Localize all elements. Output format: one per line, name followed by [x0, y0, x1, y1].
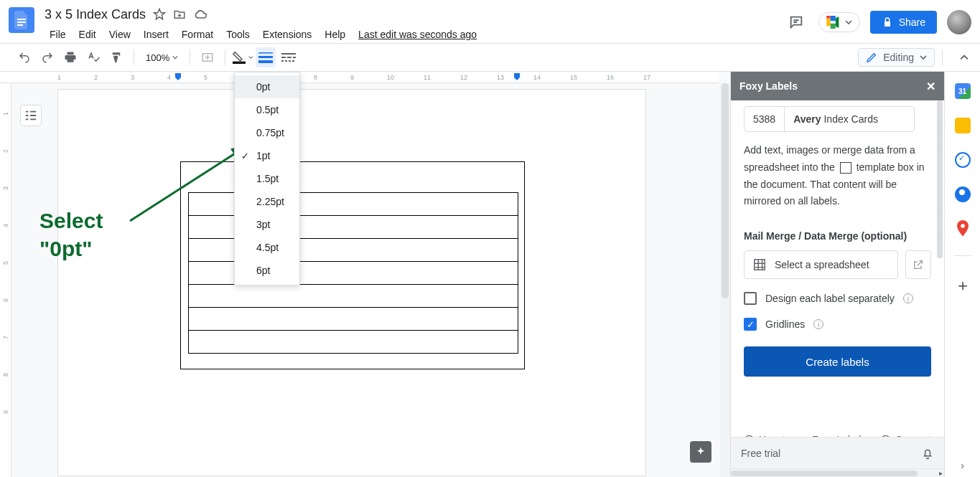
collapse-rail-icon[interactable]: › — [961, 460, 964, 471]
menu-view[interactable]: View — [104, 26, 136, 43]
comments-icon[interactable] — [784, 10, 808, 34]
foxy-scrollbar-horizontal[interactable]: ▸ — [731, 468, 944, 477]
add-addon-icon[interactable]: ＋ — [955, 275, 971, 296]
svg-rect-6 — [258, 56, 273, 58]
docs-logo[interactable] — [9, 7, 34, 33]
mail-merge-title: Mail Merge / Data Merge (optional) — [744, 230, 931, 242]
pencil-icon — [866, 52, 877, 63]
svg-rect-11 — [293, 57, 296, 58]
foxy-scrollbar[interactable] — [937, 100, 943, 258]
move-icon[interactable] — [173, 8, 186, 21]
gridlines-checkbox[interactable]: ✓ — [744, 318, 757, 331]
editing-mode-button[interactable]: Editing — [858, 48, 935, 67]
toolbar: 100% Editing — [0, 43, 980, 72]
svg-rect-14 — [289, 60, 291, 62]
paint-format-icon[interactable] — [106, 47, 126, 67]
border-width-icon[interactable] — [256, 47, 276, 67]
spreadsheet-icon — [753, 258, 766, 271]
chevron-down-icon — [845, 19, 852, 26]
share-label: Share — [899, 16, 925, 28]
support-link[interactable]: Support — [880, 434, 930, 437]
account-avatar[interactable] — [947, 10, 971, 34]
doc-title[interactable]: 3 x 5 Index Cards — [45, 7, 146, 22]
zoom-select[interactable]: 100% — [141, 52, 182, 63]
border-width-1-5pt[interactable]: 1.5pt — [235, 167, 299, 190]
border-width-3pt[interactable]: 3pt — [235, 213, 299, 236]
free-trial-label[interactable]: Free trial — [741, 448, 780, 459]
svg-rect-12 — [281, 60, 284, 62]
scrollbar-vertical[interactable] — [720, 83, 730, 477]
svg-rect-8 — [281, 53, 296, 55]
border-color-icon[interactable] — [233, 47, 253, 67]
tasks-icon[interactable] — [955, 152, 971, 168]
border-width-2-25pt[interactable]: 2.25pt — [235, 190, 299, 213]
menu-tools[interactable]: Tools — [221, 26, 255, 43]
svg-rect-2 — [17, 24, 23, 26]
ruler-indent-marker[interactable] — [175, 73, 181, 80]
collapse-toolbar-icon[interactable] — [954, 47, 974, 67]
open-spreadsheet-icon[interactable] — [905, 250, 931, 279]
ruler-horizontal[interactable]: 1234567891011121314151617 — [0, 72, 719, 83]
ruler-indent-marker[interactable] — [514, 73, 520, 80]
gridlines-label: Gridlines — [765, 318, 805, 330]
document-page[interactable] — [57, 89, 646, 476]
info-icon[interactable]: i — [813, 319, 823, 329]
border-dash-icon[interactable] — [279, 47, 299, 67]
menu-extensions[interactable]: Extensions — [258, 26, 317, 43]
share-button[interactable]: Share — [870, 11, 937, 34]
create-labels-button[interactable]: Create labels — [744, 346, 931, 377]
svg-rect-0 — [17, 19, 26, 20]
bell-icon[interactable] — [921, 447, 934, 460]
template-kind: Index Cards — [823, 113, 877, 125]
menu-file[interactable]: File — [45, 26, 71, 43]
menu-insert[interactable]: Insert — [139, 26, 174, 43]
menu-bar: File Edit View Insert Format Tools Exten… — [45, 26, 784, 43]
label-outer-box — [180, 161, 525, 369]
select-spreadsheet-button[interactable]: Select a spreadsheet — [744, 250, 898, 279]
border-width-1pt[interactable]: 1pt — [235, 144, 299, 167]
spellcheck-icon[interactable] — [83, 47, 103, 67]
how-to-link[interactable]: How to use Foxy Labels — [744, 434, 866, 437]
last-edit-link[interactable]: Last edit was seconds ago — [353, 26, 482, 43]
contacts-icon[interactable] — [955, 186, 971, 202]
menu-help[interactable]: Help — [319, 26, 350, 43]
redo-icon[interactable] — [37, 47, 57, 67]
side-panel-rail: 31 ＋ › — [944, 72, 980, 477]
document-stage: 1234567891011121314151617 123456789 0pt … — [0, 72, 730, 477]
close-icon[interactable]: ✕ — [926, 80, 935, 93]
meet-button[interactable] — [818, 12, 860, 32]
foxy-intro-text: Add text, images or merge data from a sp… — [744, 142, 931, 210]
border-width-6pt[interactable]: 6pt — [235, 259, 299, 282]
insert-image-icon[interactable] — [197, 47, 218, 67]
keep-icon[interactable] — [955, 118, 971, 133]
chevron-down-icon — [920, 54, 927, 61]
info-icon[interactable]: i — [903, 293, 913, 303]
foxy-title: Foxy Labels — [739, 80, 798, 92]
print-icon[interactable] — [60, 47, 80, 67]
maps-icon[interactable] — [955, 221, 971, 237]
svg-point-18 — [745, 435, 754, 437]
border-width-0-5pt[interactable]: 0.5pt — [235, 98, 299, 121]
star-icon[interactable] — [153, 8, 166, 21]
border-width-4-5pt[interactable]: 4.5pt — [235, 236, 299, 259]
calendar-icon[interactable]: 31 — [955, 83, 971, 99]
play-icon — [744, 435, 755, 437]
foxy-sidebar: Foxy Labels ✕ 5388 Avery Index Cards Add… — [730, 72, 944, 477]
border-width-0-75pt[interactable]: 0.75pt — [235, 121, 299, 144]
template-box-icon — [840, 162, 851, 174]
editing-mode-label: Editing — [883, 52, 914, 63]
template-number: 5388 — [745, 107, 785, 131]
border-width-0pt[interactable]: 0pt — [235, 75, 299, 98]
menu-edit[interactable]: Edit — [74, 26, 101, 43]
help-icon — [880, 435, 891, 437]
svg-rect-15 — [292, 60, 294, 62]
explore-button[interactable] — [690, 441, 711, 463]
design-each-checkbox[interactable] — [744, 292, 757, 305]
ruler-vertical[interactable]: 123456789 — [0, 83, 11, 477]
document-outline-icon[interactable] — [20, 105, 42, 126]
cloud-status-icon[interactable] — [193, 8, 207, 21]
menu-format[interactable]: Format — [177, 26, 218, 43]
template-chip[interactable]: 5388 Avery Index Cards — [744, 106, 915, 132]
svg-point-19 — [882, 435, 891, 437]
undo-icon[interactable] — [14, 47, 34, 67]
